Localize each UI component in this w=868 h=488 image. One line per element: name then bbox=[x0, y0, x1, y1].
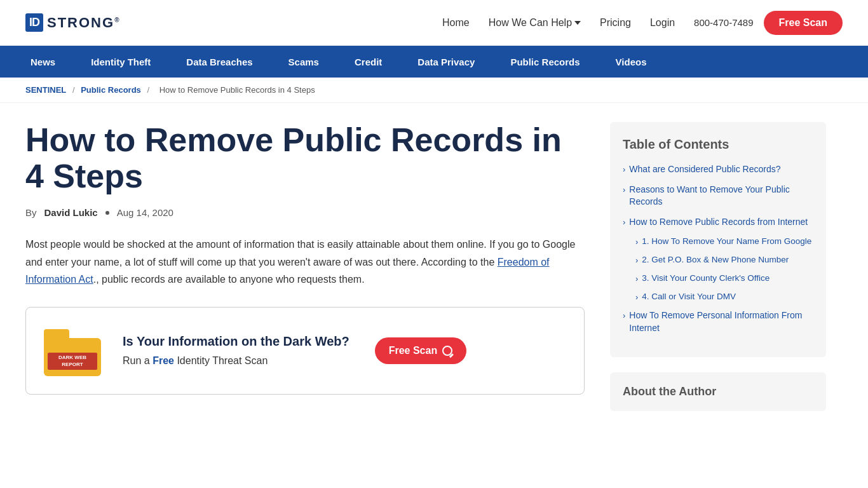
logo-id: ID bbox=[25, 13, 43, 32]
breadcrumb-separator-2: / bbox=[147, 85, 149, 95]
toc-item-1: › What are Considered Public Records? bbox=[623, 163, 813, 176]
top-nav: ID STRONG® Home How We Can Help Pricing … bbox=[0, 0, 868, 46]
toc-link-1[interactable]: What are Considered Public Records? bbox=[629, 163, 780, 176]
dark-web-headline: Is Your Information on the Dark Web? bbox=[123, 334, 349, 349]
toc-sub-items: › 1. How To Remove Your Name From Google… bbox=[623, 236, 813, 303]
blue-nav: News Identity Theft Data Breaches Scams … bbox=[0, 46, 868, 78]
blue-nav-scams[interactable]: Scams bbox=[271, 46, 337, 78]
toc-item-3: › How to Remove Public Records from Inte… bbox=[623, 216, 813, 229]
toc-sub-link-3[interactable]: 3. Visit Your County Clerk's Office bbox=[642, 273, 770, 285]
author-name: David Lukic bbox=[44, 207, 98, 218]
meta-dot bbox=[105, 211, 109, 215]
breadcrumb-sentinel[interactable]: SENTINEL bbox=[25, 85, 66, 95]
by-label: By bbox=[25, 207, 37, 218]
logo-strong: STRONG® bbox=[47, 15, 121, 31]
about-author-title: About the Author bbox=[623, 385, 813, 398]
nav-pricing[interactable]: Pricing bbox=[600, 17, 631, 29]
toc-sub-item-3: › 3. Visit Your County Clerk's Office bbox=[635, 273, 813, 285]
toc-sub-link-4[interactable]: 4. Call or Visit Your DMV bbox=[642, 291, 736, 303]
dark-web-subtext: Run a Free Identity Threat Scan bbox=[123, 355, 349, 367]
dark-web-free-scan-button[interactable]: Free Scan bbox=[375, 337, 466, 364]
free-word: Free bbox=[153, 355, 174, 366]
chevron-right-icon: › bbox=[623, 217, 625, 227]
nav-home[interactable]: Home bbox=[442, 17, 470, 29]
main-content: How to Remove Public Records in 4 Steps … bbox=[0, 103, 868, 433]
blue-nav-credit[interactable]: Credit bbox=[337, 46, 400, 78]
blue-nav-news[interactable]: News bbox=[13, 46, 73, 78]
nav-login[interactable]: Login bbox=[650, 17, 675, 29]
chevron-right-icon: › bbox=[635, 237, 638, 247]
top-nav-links: Home How We Can Help Pricing Login bbox=[442, 17, 675, 29]
logo[interactable]: ID STRONG® bbox=[25, 13, 121, 32]
chevron-right-icon: › bbox=[623, 311, 625, 320]
toc-link-3[interactable]: How to Remove Public Records from Intern… bbox=[629, 216, 808, 229]
chevron-down-icon bbox=[574, 21, 581, 25]
chevron-right-icon: › bbox=[635, 274, 638, 283]
blue-nav-identity-theft[interactable]: Identity Theft bbox=[73, 46, 168, 78]
toc-sub-link-1[interactable]: 1. How To Remove Your Name From Google bbox=[642, 236, 811, 248]
about-author-box: About the Author bbox=[610, 372, 826, 411]
toc-sub-item-2: › 2. Get P.O. Box & New Phone Number bbox=[635, 254, 813, 266]
article-date: Aug 14, 2020 bbox=[117, 207, 173, 218]
search-icon bbox=[442, 346, 452, 356]
toc-link-2[interactable]: Reasons to Want to Remove Your Public Re… bbox=[629, 184, 813, 208]
blue-nav-data-breaches[interactable]: Data Breaches bbox=[168, 46, 270, 78]
blue-nav-public-records[interactable]: Public Records bbox=[492, 46, 597, 78]
toc-sub-link-2[interactable]: 2. Get P.O. Box & New Phone Number bbox=[642, 254, 789, 266]
toc-item-2: › Reasons to Want to Remove Your Public … bbox=[623, 184, 813, 208]
breadcrumb: SENTINEL / Public Records / How to Remov… bbox=[0, 78, 868, 103]
toc-item-4: › How To Remove Personal Information Fro… bbox=[623, 309, 813, 334]
toc-sub-item-1: › 1. How To Remove Your Name From Google bbox=[635, 236, 813, 248]
toc-link-4[interactable]: How To Remove Personal Information From … bbox=[629, 309, 813, 334]
folder-label-text: DARK WEBREPORT bbox=[48, 353, 97, 370]
breadcrumb-public-records[interactable]: Public Records bbox=[81, 85, 141, 95]
breadcrumb-separator-1: / bbox=[72, 85, 75, 95]
chevron-right-icon: › bbox=[635, 255, 638, 265]
breadcrumb-current: How to Remove Public Records in 4 Steps bbox=[159, 85, 315, 95]
chevron-right-icon: › bbox=[623, 165, 625, 174]
article-intro: Most people would be shocked at the amou… bbox=[25, 236, 585, 288]
table-of-contents: Table of Contents › What are Considered … bbox=[610, 122, 826, 357]
dark-web-text: Is Your Information on the Dark Web? Run… bbox=[123, 334, 349, 367]
chevron-right-icon: › bbox=[635, 292, 638, 302]
free-scan-button[interactable]: Free Scan bbox=[764, 11, 843, 35]
blue-nav-videos[interactable]: Videos bbox=[598, 46, 665, 78]
article-section: How to Remove Public Records in 4 Steps … bbox=[25, 122, 585, 414]
phone-number: 800-470-7489 bbox=[694, 17, 753, 28]
nav-how-we-can-help[interactable]: How We Can Help bbox=[489, 17, 581, 29]
dark-web-folder-icon: DARK WEBREPORT bbox=[44, 325, 107, 376]
article-title: How to Remove Public Records in 4 Steps bbox=[25, 122, 585, 194]
article-meta: By David Lukic Aug 14, 2020 bbox=[25, 207, 585, 218]
toc-title: Table of Contents bbox=[623, 137, 813, 152]
sidebar: Table of Contents › What are Considered … bbox=[610, 122, 826, 414]
blue-nav-data-privacy[interactable]: Data Privacy bbox=[400, 46, 492, 78]
dark-web-card: DARK WEBREPORT Is Your Information on th… bbox=[25, 307, 585, 395]
toc-sub-item-4: › 4. Call or Visit Your DMV bbox=[635, 291, 813, 303]
chevron-right-icon: › bbox=[623, 185, 625, 194]
